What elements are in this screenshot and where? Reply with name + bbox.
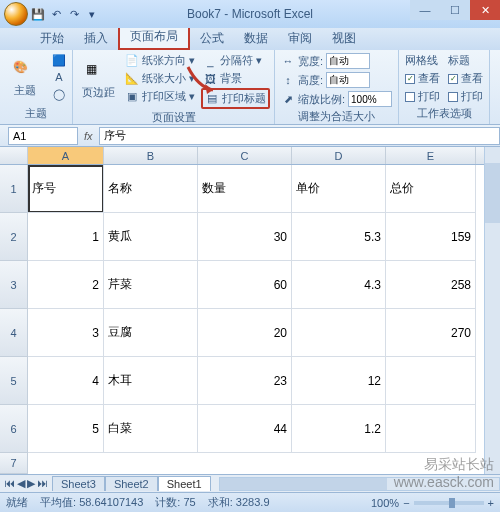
- col-header-B[interactable]: B: [104, 147, 198, 164]
- cell[interactable]: 数量: [198, 165, 292, 213]
- tab-first-icon[interactable]: ⏮: [4, 477, 15, 490]
- ribbon-tab-0[interactable]: 开始: [30, 27, 74, 50]
- cell[interactable]: 3: [28, 309, 104, 357]
- cell[interactable]: 258: [386, 261, 476, 309]
- cell[interactable]: 159: [386, 213, 476, 261]
- sheet-tab-Sheet1[interactable]: Sheet1: [158, 476, 211, 491]
- cell[interactable]: [386, 405, 476, 453]
- cell[interactable]: 4.3: [292, 261, 386, 309]
- fonts-button[interactable]: A: [50, 69, 68, 85]
- column-headers: ABCDE: [0, 147, 500, 165]
- cell[interactable]: 5: [28, 405, 104, 453]
- zoom-out-icon[interactable]: −: [403, 497, 409, 509]
- cell[interactable]: 270: [386, 309, 476, 357]
- cell[interactable]: 木耳: [104, 357, 198, 405]
- minimize-button[interactable]: —: [410, 0, 440, 20]
- cell[interactable]: 12: [292, 357, 386, 405]
- tab-next-icon[interactable]: ▶: [27, 477, 35, 490]
- cell[interactable]: [292, 309, 386, 357]
- cell[interactable]: 4: [28, 357, 104, 405]
- cell[interactable]: 芹菜: [104, 261, 198, 309]
- orientation-button[interactable]: 📄纸张方向 ▾: [123, 52, 197, 69]
- cell[interactable]: [386, 357, 476, 405]
- cell[interactable]: 20: [198, 309, 292, 357]
- cell[interactable]: 5.3: [292, 213, 386, 261]
- row-header-3[interactable]: 3: [0, 261, 28, 309]
- qat-dropdown-icon[interactable]: ▾: [84, 6, 100, 22]
- gridlines-view-cb[interactable]: ✓查看: [403, 70, 442, 87]
- height-icon: ↕: [281, 73, 295, 87]
- tab-last-icon[interactable]: ⏭: [37, 477, 48, 490]
- gridlines-print-cb[interactable]: 打印: [403, 88, 442, 105]
- background-button[interactable]: 🖼背景: [201, 70, 270, 87]
- vertical-scrollbar[interactable]: [484, 147, 500, 474]
- name-box[interactable]: A1: [8, 127, 78, 145]
- cell[interactable]: 单价: [292, 165, 386, 213]
- height-input[interactable]: [326, 72, 370, 88]
- cell[interactable]: 序号: [28, 165, 104, 213]
- print-area-button[interactable]: ▣打印区域 ▾: [123, 88, 197, 105]
- row-header-5[interactable]: 5: [0, 357, 28, 405]
- margins-button[interactable]: ▦ 页边距: [77, 52, 119, 109]
- ribbon-tab-6[interactable]: 视图: [322, 27, 366, 50]
- headings-view-cb[interactable]: ✓查看: [446, 70, 485, 87]
- ribbon-tab-3[interactable]: 公式: [190, 27, 234, 50]
- size-button[interactable]: 📐纸张大小 ▾: [123, 70, 197, 87]
- cell[interactable]: 黄瓜: [104, 213, 198, 261]
- hscroll-thumb[interactable]: [220, 478, 388, 490]
- vscroll-thumb[interactable]: [485, 163, 500, 223]
- undo-icon[interactable]: ↶: [48, 6, 64, 22]
- col-header-A[interactable]: A: [28, 147, 104, 164]
- size-icon: 📐: [125, 72, 139, 86]
- select-all-corner[interactable]: [0, 147, 28, 164]
- cell[interactable]: 名称: [104, 165, 198, 213]
- close-button[interactable]: ✕: [470, 0, 500, 20]
- formula-bar[interactable]: 序号: [99, 127, 500, 145]
- print-titles-button[interactable]: ▤打印标题: [201, 88, 270, 109]
- print-area-icon: ▣: [125, 90, 139, 104]
- row-header-2[interactable]: 2: [0, 213, 28, 261]
- row-header-6[interactable]: 6: [0, 405, 28, 453]
- sheet-tab-Sheet3[interactable]: Sheet3: [52, 476, 105, 491]
- ribbon-tab-5[interactable]: 审阅: [278, 27, 322, 50]
- row-header-1[interactable]: 1: [0, 165, 28, 213]
- colors-button[interactable]: 🟦: [50, 52, 68, 68]
- zoom-value[interactable]: 100%: [371, 497, 399, 509]
- themes-button[interactable]: 🎨 主题: [4, 52, 46, 105]
- cell[interactable]: 1.2: [292, 405, 386, 453]
- ribbon-tab-1[interactable]: 插入: [74, 27, 118, 50]
- cells-grid[interactable]: 序号名称数量单价总价1黄瓜305.31592芹菜604.32583豆腐20270…: [28, 165, 500, 474]
- ribbon-tab-4[interactable]: 数据: [234, 27, 278, 50]
- effects-button[interactable]: ◯: [50, 86, 68, 102]
- fx-icon[interactable]: fx: [84, 130, 93, 142]
- row-header-4[interactable]: 4: [0, 309, 28, 357]
- sheet-tab-Sheet2[interactable]: Sheet2: [105, 476, 158, 491]
- redo-icon[interactable]: ↷: [66, 6, 82, 22]
- cell[interactable]: 豆腐: [104, 309, 198, 357]
- cell[interactable]: 23: [198, 357, 292, 405]
- col-header-D[interactable]: D: [292, 147, 386, 164]
- maximize-button[interactable]: ☐: [440, 0, 470, 20]
- cell[interactable]: 30: [198, 213, 292, 261]
- cell[interactable]: 白菜: [104, 405, 198, 453]
- horizontal-scrollbar[interactable]: [219, 477, 500, 491]
- arrange-button[interactable]: ⬚ 排列: [494, 52, 500, 120]
- row-header-7[interactable]: 7: [0, 453, 28, 474]
- cell[interactable]: 44: [198, 405, 292, 453]
- cell[interactable]: 总价: [386, 165, 476, 213]
- width-input[interactable]: [326, 53, 370, 69]
- cell[interactable]: 60: [198, 261, 292, 309]
- cell[interactable]: 1: [28, 213, 104, 261]
- col-header-E[interactable]: E: [386, 147, 476, 164]
- zoom-in-icon[interactable]: +: [488, 497, 494, 509]
- group-label-theme: 主题: [4, 105, 68, 122]
- cell[interactable]: 2: [28, 261, 104, 309]
- zoom-slider[interactable]: [414, 501, 484, 505]
- office-button[interactable]: [4, 2, 28, 26]
- headings-print-cb[interactable]: 打印: [446, 88, 485, 105]
- tab-prev-icon[interactable]: ◀: [17, 477, 25, 490]
- col-header-C[interactable]: C: [198, 147, 292, 164]
- save-icon[interactable]: 💾: [30, 6, 46, 22]
- breaks-button[interactable]: ⎯分隔符 ▾: [201, 52, 270, 69]
- scale-input[interactable]: [348, 91, 392, 107]
